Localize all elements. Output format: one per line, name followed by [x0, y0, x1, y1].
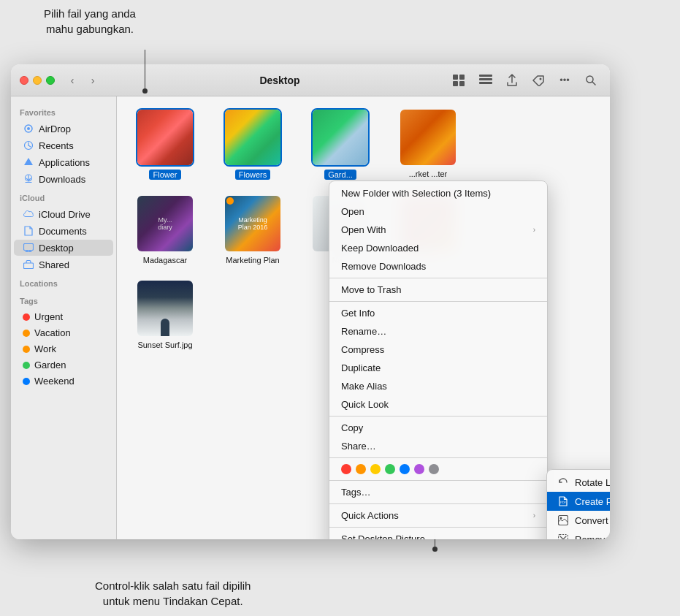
svg-rect-5	[479, 78, 492, 80]
cm-open-with[interactable]: Open With ›	[329, 221, 547, 239]
cm-separator-1	[329, 278, 547, 278]
flower-thumbnail	[137, 110, 193, 165]
cm-make-alias[interactable]: Make Alias	[329, 377, 547, 395]
sidebar: Favorites AirDrop	[11, 96, 117, 539]
market-label: ...rket ...ter	[409, 170, 448, 178]
madagascar-thumbnail: My...diary	[137, 196, 193, 251]
file-item-marketing[interactable]: MarketingPlan 2016 Marketing Plan	[216, 194, 289, 265]
cm-get-info[interactable]: Get Info	[329, 304, 547, 322]
color-purple-dot[interactable]	[414, 464, 424, 474]
downloads-icon	[23, 173, 34, 185]
file-item-market[interactable]: ...rket ...ter	[391, 108, 465, 180]
cm-set-desktop[interactable]: Set Desktop Picture	[329, 530, 547, 539]
cm-rename[interactable]: Rename…	[329, 322, 547, 341]
sub-create-pdf[interactable]: PDF Create PDF	[547, 492, 610, 511]
quick-actions-submenu: Rotate Left PDF Create PDF	[546, 469, 610, 539]
weekend-label: Weekend	[34, 376, 75, 387]
flowers-thumbnail	[225, 110, 280, 165]
svg-rect-22	[24, 263, 34, 269]
documents-icon	[23, 225, 34, 237]
sidebar-tag-urgent[interactable]: Urgent	[14, 309, 113, 324]
annotation-bottom: Control-klik salah satu fail dipilih unt…	[95, 578, 251, 609]
more-icon[interactable]: •••	[554, 70, 575, 91]
sidebar-item-airdrop[interactable]: AirDrop	[14, 121, 113, 137]
svg-point-11	[27, 127, 30, 130]
color-blue-dot[interactable]	[400, 464, 410, 474]
work-dot	[23, 346, 30, 353]
grid-row-1: Flower Flowers Gard...	[129, 108, 598, 180]
svg-rect-26	[559, 535, 568, 540]
sunset-thumbnail	[137, 281, 193, 336]
sidebar-item-shared[interactable]: Shared	[14, 256, 113, 273]
color-dots-row	[329, 460, 547, 478]
context-menu: New Folder with Selection (3 Items) Open…	[329, 180, 548, 539]
close-button[interactable]	[20, 76, 28, 85]
sidebar-item-downloads[interactable]: Downloads	[14, 171, 113, 187]
back-button[interactable]: ‹	[64, 72, 81, 89]
sidebar-tag-garden[interactable]: Garden	[14, 357, 113, 373]
svg-line-9	[592, 82, 595, 85]
cm-new-folder[interactable]: New Folder with Selection (3 Items)	[329, 184, 547, 202]
color-orange-dot[interactable]	[356, 464, 366, 474]
forward-button[interactable]: ›	[84, 72, 102, 89]
cm-separator-7	[329, 527, 547, 528]
svg-text:PDF: PDF	[560, 501, 567, 504]
cm-quick-look[interactable]: Quick Look	[329, 395, 547, 414]
sidebar-item-icloud-drive[interactable]: iCloud Drive	[14, 206, 113, 222]
weekend-dot	[23, 378, 30, 385]
file-item-garden[interactable]: Gard...	[304, 108, 377, 180]
cm-keep-downloaded[interactable]: Keep Downloaded	[329, 239, 547, 257]
sidebar-tag-work[interactable]: Work	[14, 341, 113, 357]
file-thumb-madagascar: My...diary	[136, 194, 194, 253]
create-pdf-icon: PDF	[557, 495, 569, 507]
urgent-label: Urgent	[34, 311, 63, 322]
color-gray-dot[interactable]	[429, 464, 439, 474]
marketing-thumbnail: MarketingPlan 2016	[225, 196, 280, 251]
cm-separator-2	[329, 301, 547, 302]
desktop-label: Desktop	[39, 243, 74, 254]
airdrop-icon	[23, 123, 34, 134]
file-item-flower[interactable]: Flower	[129, 108, 202, 180]
color-green-dot[interactable]	[385, 464, 395, 474]
sidebar-item-desktop[interactable]: Desktop	[14, 240, 113, 256]
view-list-icon[interactable]	[475, 70, 496, 91]
tag-icon[interactable]	[528, 70, 549, 91]
cm-quick-actions[interactable]: Quick Actions ›	[329, 506, 547, 525]
file-item-madagascar[interactable]: My...diary Madagascar	[129, 194, 202, 265]
cm-move-to-trash[interactable]: Move to Trash	[329, 281, 547, 299]
svg-rect-2	[453, 81, 458, 86]
market-thumbnail	[400, 110, 456, 165]
sub-remove-background[interactable]: Remove Background	[547, 530, 610, 539]
cm-open[interactable]: Open	[329, 202, 547, 221]
view-grid-icon[interactable]	[449, 70, 470, 91]
title-bar: ‹ › Desktop	[11, 64, 610, 96]
sub-convert-image[interactable]: Convert Image	[547, 511, 610, 530]
cm-copy[interactable]: Copy	[329, 419, 547, 437]
sidebar-item-recents[interactable]: Recents	[14, 137, 113, 153]
cm-compress[interactable]: Compress	[329, 341, 547, 359]
file-item-sunset[interactable]: Sunset Surf.jpg	[129, 279, 202, 349]
color-red-dot[interactable]	[341, 464, 351, 474]
sidebar-item-applications[interactable]: Applications	[14, 154, 113, 170]
cm-remove-downloads[interactable]: Remove Downloads	[329, 257, 547, 275]
cm-share[interactable]: Share…	[329, 437, 547, 455]
vacation-label: Vacation	[34, 327, 71, 338]
flower-label: Flower	[149, 170, 180, 180]
minimize-button[interactable]	[33, 76, 42, 85]
nav-buttons: ‹ ›	[64, 72, 102, 89]
search-icon[interactable]	[581, 70, 601, 91]
file-item-flowers[interactable]: Flowers	[216, 108, 289, 180]
garden-thumbnail	[313, 110, 368, 165]
cm-tags[interactable]: Tags…	[329, 483, 547, 501]
remove-background-icon	[557, 533, 569, 539]
sidebar-tag-vacation[interactable]: Vacation	[14, 325, 113, 341]
color-yellow-dot[interactable]	[370, 464, 381, 474]
cm-duplicate[interactable]: Duplicate	[329, 359, 547, 377]
sidebar-tag-weekend[interactable]: Weekend	[14, 373, 113, 389]
sidebar-item-documents[interactable]: Documents	[14, 223, 113, 239]
file-thumb-market	[399, 108, 457, 167]
maximize-button[interactable]	[46, 76, 55, 85]
sub-rotate-left[interactable]: Rotate Left	[547, 473, 610, 492]
file-thumb-sunset	[136, 279, 194, 338]
share-icon[interactable]	[502, 70, 522, 91]
